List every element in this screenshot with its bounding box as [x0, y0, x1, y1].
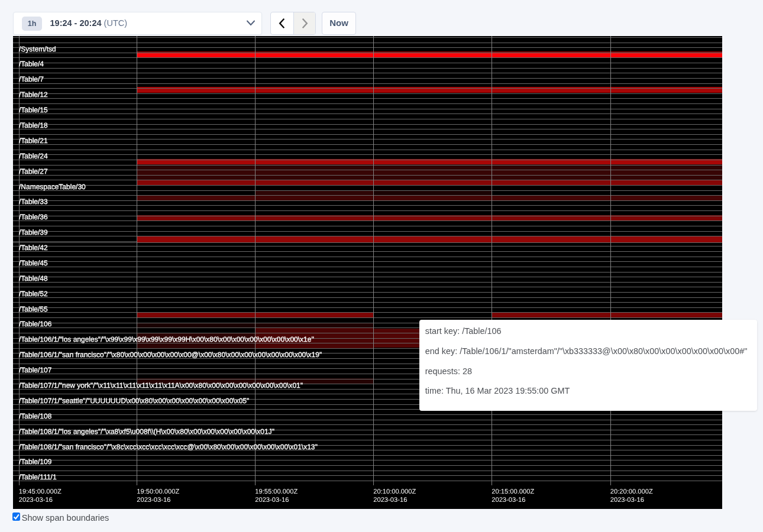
svg-text:/Table/4: /Table/4	[19, 60, 44, 68]
svg-text:20:15:00.000Z: 20:15:00.000Z	[492, 488, 534, 495]
svg-text:20:20:00.000Z: 20:20:00.000Z	[610, 488, 653, 495]
svg-text:/Table/111/1: /Table/111/1	[19, 473, 57, 481]
svg-text:/Table/21: /Table/21	[19, 137, 48, 145]
svg-text:20:10:00.000Z: 20:10:00.000Z	[373, 488, 416, 495]
svg-text:/Table/39: /Table/39	[19, 228, 48, 236]
svg-text:/Table/55: /Table/55	[19, 305, 48, 313]
svg-text:/Table/45: /Table/45	[19, 259, 48, 267]
svg-text:/Table/106/1/"los angeles"/"\x: /Table/106/1/"los angeles"/"\x99\x99\x99…	[19, 335, 314, 343]
svg-text:/Table/106/1/"san francisco"/": /Table/106/1/"san francisco"/"\x80\x00\x…	[19, 351, 322, 359]
svg-text:/Table/108: /Table/108	[19, 412, 52, 420]
svg-text:/Table/24: /Table/24	[19, 152, 48, 160]
svg-text:/Table/52: /Table/52	[19, 290, 48, 298]
svg-text:/Table/109: /Table/109	[19, 458, 52, 466]
svg-text:/Table/12: /Table/12	[19, 90, 48, 99]
svg-text:2023-03-16: 2023-03-16	[255, 497, 289, 504]
svg-text:/Table/7: /Table/7	[19, 75, 44, 83]
svg-text:2023-03-16: 2023-03-16	[492, 497, 525, 504]
svg-text:/System/tsd: /System/tsd	[19, 45, 56, 53]
svg-text:/Table/106: /Table/106	[19, 320, 52, 328]
svg-text:/Table/18: /Table/18	[19, 121, 48, 129]
svg-text:2023-03-16: 2023-03-16	[610, 497, 644, 504]
svg-text:/Table/36: /Table/36	[19, 213, 48, 221]
svg-text:19:55:00.000Z: 19:55:00.000Z	[255, 488, 298, 495]
svg-text:/Table/48: /Table/48	[19, 274, 48, 283]
svg-text:/NamespaceTable/30: /NamespaceTable/30	[19, 183, 86, 191]
svg-text:/Table/108/1/"san francisco"/": /Table/108/1/"san francisco"/"\x8c\xcc\x…	[19, 443, 318, 451]
svg-text:2023-03-16: 2023-03-16	[373, 497, 407, 504]
svg-text:/Table/107: /Table/107	[19, 366, 52, 374]
svg-text:/Table/107/1/"seattle"/"UUUUUU: /Table/107/1/"seattle"/"UUUUUUD\x00\x80\…	[19, 397, 249, 405]
svg-text:19:50:00.000Z: 19:50:00.000Z	[137, 488, 179, 495]
svg-text:/Table/42: /Table/42	[19, 244, 48, 252]
svg-text:/Table/27: /Table/27	[19, 167, 48, 176]
svg-text:/Table/107/1/"new york"/"\x11\: /Table/107/1/"new york"/"\x11\x11\x11\x1…	[19, 381, 303, 390]
svg-text:2023-03-16: 2023-03-16	[137, 497, 170, 504]
svg-text:2023-03-16: 2023-03-16	[19, 497, 53, 504]
svg-text:19:45:00.000Z: 19:45:00.000Z	[19, 488, 62, 495]
svg-text:/Table/15: /Table/15	[19, 106, 48, 114]
svg-text:/Table/108/1/"los angeles"/"\x: /Table/108/1/"los angeles"/"\xa8\xf5\u00…	[19, 427, 274, 436]
svg-text:/Table/33: /Table/33	[19, 197, 48, 206]
